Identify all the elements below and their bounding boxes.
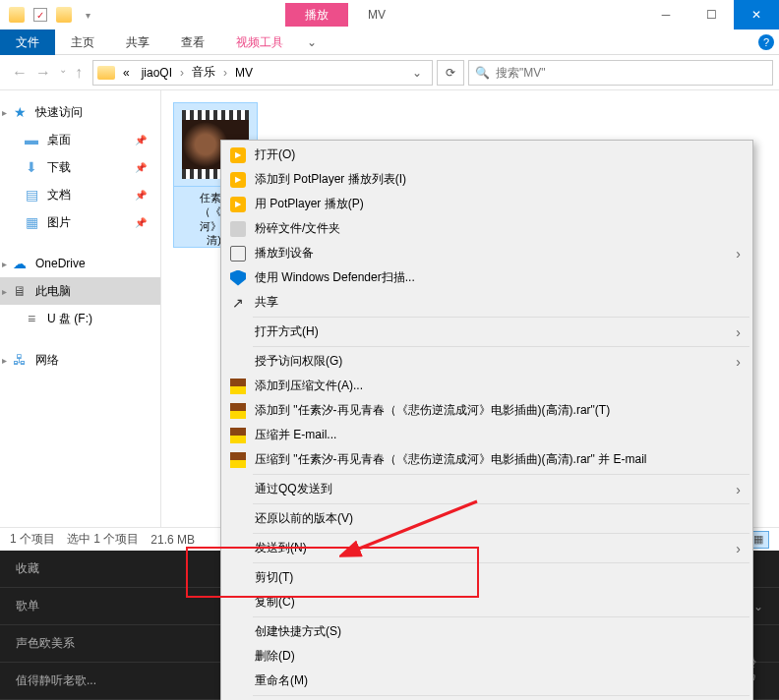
checkbox-icon[interactable]: ✓ <box>30 4 51 26</box>
menu-defender[interactable]: 使用 Windows Defender扫描... <box>223 265 750 290</box>
sidebar-pictures[interactable]: ▦图片📌 <box>0 208 160 236</box>
forward-button[interactable]: → <box>35 64 51 82</box>
menu-compress-rar-email[interactable]: 压缩到 "任素汐-再见青春（《悲伤逆流成河》电影插曲)(高清).rar" 并 E… <box>223 447 750 472</box>
download-icon: ⬇ <box>24 159 39 175</box>
folder-icon[interactable] <box>53 4 75 26</box>
address-bar[interactable]: « jiaoQI › 音乐 › MV ⌄ <box>92 60 433 86</box>
menu-send-to[interactable]: 发送到(N)› <box>223 536 750 560</box>
status-size: 21.6 MB <box>150 533 195 547</box>
menu-rename[interactable]: 重命名(M) <box>223 669 750 693</box>
menu-add-potplayer[interactable]: 添加到 PotPlayer 播放列表(I) <box>223 167 750 192</box>
sidebar-label: U 盘 (F:) <box>47 311 92 327</box>
rar-icon <box>229 378 247 395</box>
search-icon: 🔍 <box>475 66 490 80</box>
play-context-tab[interactable]: 播放 <box>285 3 348 27</box>
up-button[interactable]: ↑ <box>75 64 83 82</box>
chevron-down-icon: ⌄ <box>753 600 763 613</box>
sidebar-usb[interactable]: ≡U 盘 (F:) <box>0 305 160 332</box>
search-input[interactable] <box>496 66 766 80</box>
menu-delete[interactable]: 删除(D) <box>223 644 750 669</box>
ribbon-tabs: 文件 主页 共享 查看 视频工具 ⌄ ? <box>0 29 779 55</box>
breadcrumb-item[interactable]: 音乐 <box>188 64 219 81</box>
menu-restore-versions[interactable]: 还原以前的版本(V) <box>223 506 750 531</box>
folder-icon[interactable] <box>6 4 28 26</box>
sidebar-quick-access[interactable]: ★快速访问 <box>0 98 160 126</box>
menu-cast[interactable]: 播放到设备› <box>223 241 750 265</box>
cloud-icon: ☁ <box>12 256 28 271</box>
tab-view[interactable]: 查看 <box>165 29 220 55</box>
sidebar-label: 此电脑 <box>35 283 71 300</box>
sidebar-downloads[interactable]: ⬇下载📌 <box>0 153 160 181</box>
separator <box>253 616 749 617</box>
chevron-right-icon[interactable]: › <box>223 66 227 80</box>
pin-icon: 📌 <box>135 190 147 201</box>
rar-icon <box>229 451 247 469</box>
menu-shred[interactable]: 粉碎文件/文件夹 <box>223 216 750 241</box>
sidebar-documents[interactable]: ▤文档📌 <box>0 181 160 208</box>
sidebar-label: 网络 <box>35 352 59 369</box>
sidebar-label: 图片 <box>47 214 71 231</box>
tab-share[interactable]: 共享 <box>110 29 165 55</box>
separator <box>253 317 749 318</box>
chevron-right-icon[interactable]: › <box>180 66 184 80</box>
window-title: MV <box>368 8 386 22</box>
sidebar-label: 快速访问 <box>35 104 83 121</box>
refresh-button[interactable]: ⟳ <box>437 60 464 86</box>
close-button[interactable]: ✕ <box>734 0 779 29</box>
sidebar-onedrive[interactable]: ☁OneDrive <box>0 250 160 277</box>
window-controls: ─ ☐ ✕ <box>643 0 779 29</box>
address-dropdown[interactable]: ⌄ <box>406 66 428 80</box>
potplayer-icon <box>229 146 247 164</box>
sidebar-label: 文档 <box>47 187 71 204</box>
menu-copy[interactable]: 复制(C) <box>223 590 750 614</box>
network-icon: 🖧 <box>12 352 28 368</box>
minimize-button[interactable]: ─ <box>643 0 689 29</box>
chevron-right-icon: › <box>736 324 741 340</box>
search-box[interactable]: 🔍 <box>468 60 773 86</box>
bg-label: 声色欧美系 <box>16 635 75 652</box>
chevron-right-icon: › <box>736 482 741 497</box>
pin-icon: 📌 <box>135 217 147 228</box>
chevron-right-icon: › <box>736 354 741 370</box>
menu-qq-send[interactable]: 通过QQ发送到› <box>223 477 750 501</box>
history-dropdown[interactable]: ⌄ <box>59 64 67 82</box>
separator <box>253 346 749 347</box>
breadcrumb-item[interactable]: MV <box>231 66 257 80</box>
desktop-icon: ▬ <box>24 132 39 147</box>
potplayer-icon <box>229 171 247 189</box>
tab-video-tools[interactable]: 视频工具 <box>220 29 299 55</box>
menu-grant-access[interactable]: 授予访问权限(G)› <box>223 349 750 374</box>
sidebar-network[interactable]: 🖧网络 <box>0 346 160 374</box>
collapse-ribbon-icon[interactable]: ⌄ <box>299 29 325 54</box>
help-icon[interactable]: ? <box>753 29 779 54</box>
menu-add-archive[interactable]: 添加到压缩文件(A)... <box>223 374 750 398</box>
menu-compress-email[interactable]: 压缩并 E-mail... <box>223 423 750 447</box>
star-icon: ★ <box>12 104 28 120</box>
menu-play-potplayer[interactable]: 用 PotPlayer 播放(P) <box>223 192 750 216</box>
maximize-button[interactable]: ☐ <box>689 0 734 29</box>
menu-open-with[interactable]: 打开方式(H)› <box>223 320 750 344</box>
bg-label: 值得静听老歌... <box>16 672 96 689</box>
tab-home[interactable]: 主页 <box>55 29 110 55</box>
pin-icon: 📌 <box>135 162 147 173</box>
sidebar-this-pc[interactable]: 🖥此电脑 <box>0 277 160 305</box>
menu-share[interactable]: ↗共享 <box>223 290 750 315</box>
back-button[interactable]: ← <box>12 64 28 82</box>
menu-shortcut[interactable]: 创建快捷方式(S) <box>223 619 750 644</box>
menu-open[interactable]: 打开(O) <box>223 143 750 167</box>
status-item-count: 1 个项目 <box>10 531 55 548</box>
picture-icon: ▦ <box>24 214 39 230</box>
menu-cut[interactable]: 剪切(T) <box>223 565 750 590</box>
qat-dropdown-icon[interactable]: ▾ <box>77 4 98 26</box>
folder-icon <box>97 66 115 80</box>
sidebar-desktop[interactable]: ▬桌面📌 <box>0 126 160 153</box>
pin-icon: 📌 <box>135 135 147 146</box>
tab-file[interactable]: 文件 <box>0 29 55 55</box>
menu-add-rar[interactable]: 添加到 "任素汐-再见青春（《悲伤逆流成河》电影插曲)(高清).rar"(T) <box>223 398 750 423</box>
address-prefix: « <box>119 66 134 80</box>
quick-access-toolbar: ✓ ▾ <box>0 4 98 26</box>
breadcrumb-item[interactable]: jiaoQI <box>138 66 176 80</box>
sidebar: ★快速访问 ▬桌面📌 ⬇下载📌 ▤文档📌 ▦图片📌 ☁OneDrive 🖥此电脑… <box>0 90 161 527</box>
chevron-right-icon: › <box>736 541 741 556</box>
pc-icon: 🖥 <box>12 283 28 299</box>
